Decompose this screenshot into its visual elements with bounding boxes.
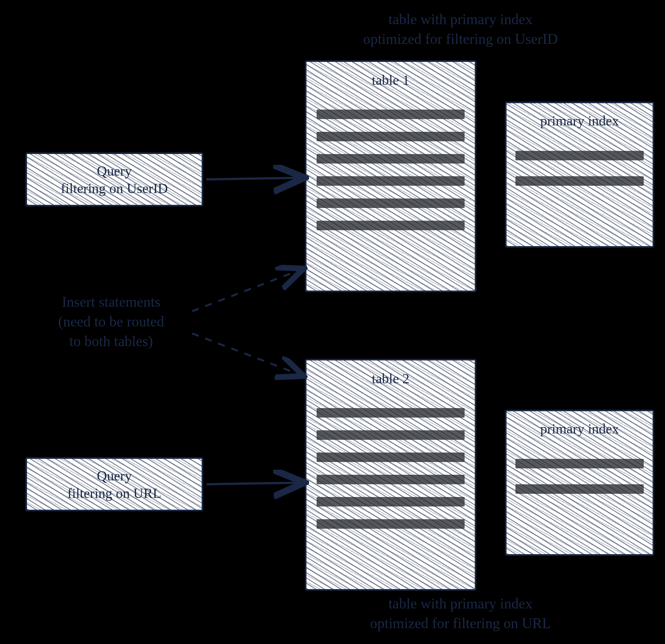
table-2-title: table 2: [306, 368, 475, 389]
caption-bottom: table with primary index optimized for f…: [318, 594, 603, 633]
query-box-url: Query filtering on URL: [25, 457, 203, 511]
primary-index-1: primary index: [505, 101, 654, 248]
query-box-url-line2: filtering on URL: [30, 485, 199, 502]
query-box-userid-line1: Query: [30, 162, 199, 180]
arrow-insert-to-table1: [192, 270, 300, 311]
query-box-userid: Query filtering on UserID: [25, 152, 203, 206]
primary-index-1-label: primary index: [507, 110, 652, 131]
query-box-url-line1: Query: [30, 467, 199, 485]
primary-index-2-label: primary index: [507, 418, 652, 439]
insert-statements-label: Insert statements (need to be routed to …: [22, 292, 200, 351]
table-1: table 1: [305, 60, 476, 292]
arrow-query-userid-to-table1: [206, 178, 300, 179]
table-2: table 2: [305, 359, 476, 591]
table-1-title: table 1: [306, 70, 475, 91]
caption-top: table with primary index optimized for f…: [318, 10, 603, 49]
query-box-userid-line2: filtering on UserID: [30, 180, 199, 197]
arrow-insert-to-table2: [192, 334, 300, 375]
primary-index-2: primary index: [505, 410, 654, 556]
arrow-query-url-to-table2: [206, 483, 300, 484]
